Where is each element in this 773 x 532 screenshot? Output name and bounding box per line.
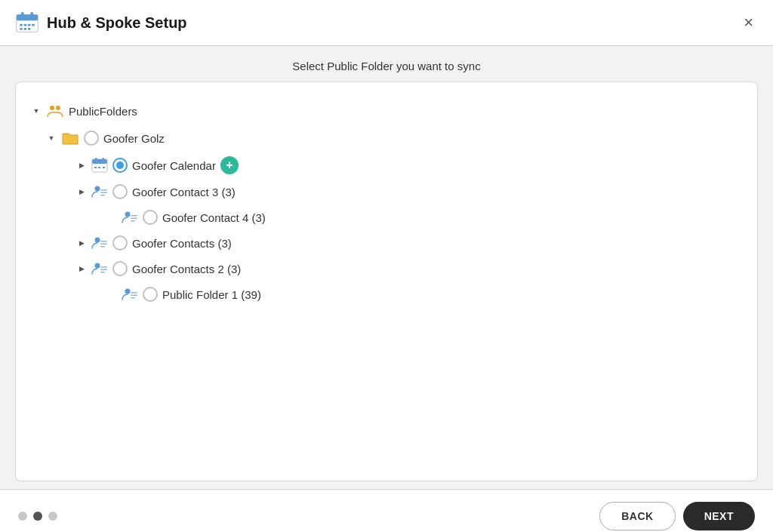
radio-goofer-contact-4[interactable] <box>143 210 158 225</box>
svg-rect-1 <box>17 14 38 20</box>
window-title: Hub & Spoke Setup <box>47 14 187 32</box>
tree-item-goofer-golz[interactable]: Goofer Golz <box>46 125 742 152</box>
svg-rect-9 <box>24 28 27 30</box>
expand-goofer-calendar[interactable] <box>76 160 87 171</box>
close-button[interactable]: × <box>739 13 758 32</box>
footer: BACK NEXT <box>0 489 773 532</box>
goofer-golz-label: Goofer Golz <box>103 132 165 145</box>
svg-rect-10 <box>28 28 31 30</box>
svg-rect-18 <box>98 167 100 168</box>
svg-point-24 <box>125 212 131 217</box>
svg-point-12 <box>56 106 60 110</box>
contact-icon-contacts <box>91 235 108 251</box>
svg-rect-5 <box>24 24 27 26</box>
tree-item-public-folders[interactable]: PublicFolders <box>31 97 742 125</box>
tree-item-goofer-contacts-2[interactable]: Goofer Contacts 2 (3) <box>76 256 742 281</box>
svg-rect-37 <box>131 292 137 294</box>
svg-rect-23 <box>100 195 105 196</box>
svg-point-36 <box>125 289 131 294</box>
public-folder-1-label: Public Folder 1 (39) <box>162 288 261 301</box>
calendar-app-icon <box>15 11 39 35</box>
tree-container: PublicFolders Goofer Golz <box>15 81 758 481</box>
svg-point-20 <box>95 186 100 192</box>
svg-point-32 <box>95 263 100 269</box>
svg-rect-25 <box>131 215 137 217</box>
svg-rect-8 <box>20 28 23 30</box>
svg-rect-15 <box>95 158 97 161</box>
svg-rect-38 <box>131 295 137 297</box>
expand-goofer-golz[interactable] <box>46 133 57 143</box>
public-folders-icon <box>46 102 64 120</box>
folder-icon-golz <box>61 129 79 147</box>
tree-item-goofer-contact-3[interactable]: Goofer Contact 3 (3) <box>76 179 742 204</box>
contact-icon-3 <box>91 183 108 200</box>
expand-goofer-contact-3[interactable] <box>76 186 87 197</box>
svg-rect-21 <box>100 189 107 191</box>
placeholder-contact-4 <box>106 212 117 223</box>
calendar-icon-small <box>91 157 108 174</box>
dot-1 <box>18 512 27 521</box>
goofer-contacts-2-label: Goofer Contacts 2 (3) <box>132 263 241 275</box>
tree-item-goofer-contact-4[interactable]: Goofer Contact 4 (3) <box>106 204 742 230</box>
svg-rect-19 <box>103 167 105 168</box>
radio-goofer-contacts[interactable] <box>112 235 128 251</box>
expand-goofer-contacts-2[interactable] <box>76 263 87 274</box>
svg-rect-39 <box>131 297 135 299</box>
radio-goofer-contact-3[interactable] <box>112 184 128 199</box>
placeholder-pf1 <box>106 289 117 300</box>
svg-rect-35 <box>100 272 105 273</box>
svg-rect-30 <box>100 244 107 245</box>
public-folders-label: PublicFolders <box>69 105 137 118</box>
footer-buttons: BACK NEXT <box>599 502 755 530</box>
svg-point-28 <box>95 238 100 243</box>
svg-rect-26 <box>131 218 137 220</box>
radio-goofer-calendar[interactable] <box>112 158 128 173</box>
svg-rect-17 <box>94 167 97 168</box>
svg-rect-22 <box>100 192 107 194</box>
svg-rect-3 <box>30 12 33 17</box>
page-subtitle: Select Public Folder you want to sync <box>0 46 773 81</box>
svg-rect-16 <box>103 158 105 161</box>
expand-public-folders[interactable] <box>31 106 42 116</box>
radio-goofer-golz[interactable] <box>84 131 99 146</box>
goofer-contacts-label: Goofer Contacts (3) <box>132 237 232 250</box>
add-calendar-button[interactable]: + <box>220 156 239 174</box>
tree-item-public-folder-1[interactable]: Public Folder 1 (39) <box>106 281 742 307</box>
svg-rect-2 <box>21 12 24 17</box>
svg-rect-14 <box>92 159 107 164</box>
step-dots <box>18 512 57 521</box>
svg-rect-4 <box>20 24 23 26</box>
svg-rect-27 <box>131 220 135 222</box>
goofer-calendar-label: Goofer Calendar <box>132 159 216 172</box>
contact-icon-4 <box>122 209 138 226</box>
radio-goofer-contacts-2[interactable] <box>112 261 128 276</box>
svg-point-11 <box>50 106 54 110</box>
title-bar-left: Hub & Spoke Setup <box>15 11 187 35</box>
svg-rect-6 <box>28 24 31 26</box>
expand-goofer-contacts[interactable] <box>76 238 87 248</box>
svg-rect-34 <box>100 269 107 271</box>
title-bar: Hub & Spoke Setup × <box>0 0 773 46</box>
svg-rect-31 <box>100 246 105 248</box>
radio-public-folder-1[interactable] <box>143 287 158 302</box>
tree-root: PublicFolders Goofer Golz <box>31 97 742 307</box>
contact-icon-pf1 <box>122 286 138 303</box>
back-button[interactable]: BACK <box>599 502 675 530</box>
svg-rect-33 <box>100 266 107 268</box>
modal-window: Hub & Spoke Setup × Select Public Folder… <box>0 0 773 532</box>
tree-item-goofer-contacts[interactable]: Goofer Contacts (3) <box>76 230 742 256</box>
goofer-contact-4-label: Goofer Contact 4 (3) <box>162 211 266 224</box>
dot-3 <box>48 512 57 521</box>
dot-2 <box>33 512 42 521</box>
svg-rect-7 <box>32 24 35 26</box>
next-button[interactable]: NEXT <box>683 502 755 530</box>
svg-rect-29 <box>100 241 107 242</box>
contact-icon-contacts-2 <box>91 260 108 277</box>
goofer-contact-3-label: Goofer Contact 3 (3) <box>132 186 236 198</box>
tree-item-goofer-calendar[interactable]: Goofer Calendar + <box>76 152 742 179</box>
content-area: PublicFolders Goofer Golz <box>0 81 773 489</box>
